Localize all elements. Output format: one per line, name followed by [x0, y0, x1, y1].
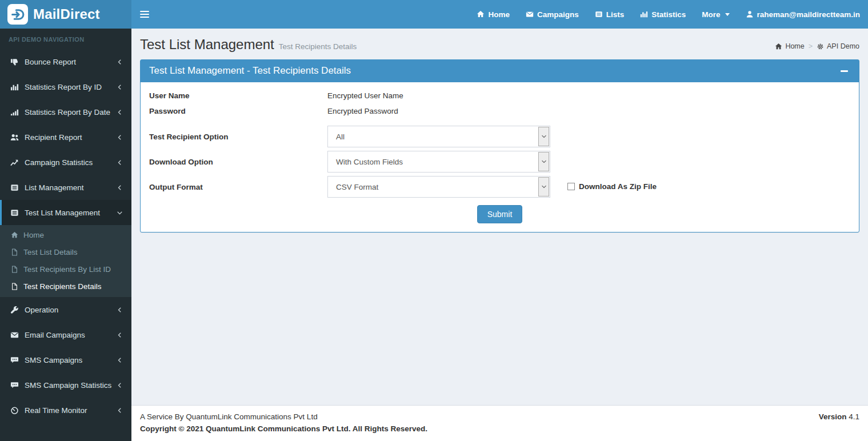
- file-icon: [11, 283, 18, 290]
- sidebar-section-label: API DEMO NAVIGATION: [0, 29, 131, 49]
- test-recipient-option-row: Test Recipient Option All: [149, 126, 850, 147]
- nav-user-account[interactable]: raheman@maildirectteam.in: [738, 0, 868, 29]
- dashboard-icon: [10, 406, 19, 415]
- submit-button[interactable]: Submit: [477, 205, 523, 223]
- sidebar-item-operation[interactable]: Operation: [0, 297, 131, 322]
- home-icon: [11, 231, 18, 239]
- breadcrumb-current[interactable]: API Demo: [817, 42, 859, 50]
- file-icon: [11, 266, 18, 273]
- select-dropdown-button[interactable]: [538, 152, 549, 171]
- brand-logo[interactable]: MailDirect: [0, 0, 131, 29]
- test-recipient-option-select[interactable]: All: [327, 126, 550, 147]
- caret-down-icon: [725, 13, 730, 16]
- gear-icon: [817, 43, 824, 50]
- sidebar-item-bounce-report[interactable]: Bounce Report: [0, 49, 131, 74]
- main-content: Test List ManagementTest Recipients Deta…: [131, 29, 868, 441]
- sidebar-item-label: Bounce Report: [25, 58, 117, 66]
- nav-campaigns[interactable]: Campaigns: [518, 0, 587, 29]
- submenu-item-home[interactable]: Home: [0, 226, 131, 243]
- users-icon: [10, 133, 19, 142]
- sidebar-item-label: Statistics Report By ID: [25, 83, 117, 91]
- page-footer: A Service By QuantumLink Communications …: [131, 405, 868, 441]
- breadcrumb-separator: >: [809, 42, 813, 50]
- signal-icon: [10, 108, 19, 117]
- sidebar-item-sms-campaigns[interactable]: SMS Campaigns: [0, 347, 131, 372]
- sidebar-item-label: Recipient Report: [25, 133, 117, 142]
- select-dropdown-button[interactable]: [538, 127, 549, 146]
- nav-more[interactable]: More: [694, 0, 737, 29]
- sidebar-item-list-management[interactable]: List Management: [0, 175, 131, 200]
- sidebar-item-statistics-report-by-id[interactable]: Statistics Report By ID: [0, 74, 131, 99]
- list-alt-icon: [10, 183, 19, 192]
- password-label: Password: [149, 106, 327, 117]
- sidebar-item-sms-campaign-statistics[interactable]: SMS Campaign Statistics: [0, 372, 131, 398]
- panel-body: User Name Encrypted User Name Password E…: [141, 82, 859, 232]
- submenu-item-test-recipients-by-list-id[interactable]: Test Recipients By List ID: [0, 260, 131, 278]
- footer-copyright-line: Copyright © 2021 QuantumLink Communicati…: [140, 424, 427, 433]
- sidebar-item-real-time-monitor[interactable]: Real Time Monitor: [0, 398, 131, 423]
- user-icon: [746, 10, 754, 18]
- sidebar-item-label: Operation: [25, 306, 117, 314]
- version-label: Version: [819, 412, 847, 421]
- output-format-row: Output Format CSV Format Download As Zip…: [149, 176, 850, 198]
- sidebar-item-label: Campaign Statistics: [25, 158, 117, 167]
- password-value: Encrypted Password: [327, 106, 398, 117]
- output-format-select[interactable]: CSV Format: [327, 176, 550, 198]
- submenu-item-label: Test Recipients By List ID: [23, 265, 111, 274]
- sidebar-item-email-campaigns[interactable]: Email Campaigns: [0, 322, 131, 347]
- sidebar-toggle-button[interactable]: [131, 0, 158, 29]
- content-header: Test List ManagementTest Recipients Deta…: [131, 29, 868, 53]
- download-option-label: Download Option: [149, 151, 327, 167]
- submenu-item-test-list-details[interactable]: Test List Details: [0, 243, 131, 260]
- comment-icon: [10, 381, 19, 390]
- zip-checkbox[interactable]: [567, 183, 575, 190]
- chevron-left-icon: [117, 307, 123, 313]
- breadcrumb-home-link[interactable]: Home: [775, 42, 804, 50]
- chevron-down-icon: [117, 210, 123, 216]
- download-as-zip-option[interactable]: Download As Zip File: [567, 176, 657, 191]
- test-recipients-details-panel: Test List Management - Test Recipients D…: [140, 59, 859, 232]
- sidebar-item-label: SMS Campaigns: [25, 356, 117, 364]
- nav-home[interactable]: Home: [469, 0, 518, 29]
- top-nav: Home Campaigns Lists Statistics More rah…: [469, 0, 868, 29]
- envelope-icon: [10, 331, 19, 339]
- username-value: Encrypted User Name: [327, 91, 403, 101]
- nav-user-email: raheman@maildirectteam.in: [757, 10, 860, 19]
- nav-statistics[interactable]: Statistics: [632, 0, 694, 29]
- footer-version: Version 4.1: [819, 412, 859, 421]
- home-icon: [775, 43, 782, 50]
- comment-icon: [10, 356, 19, 364]
- sidebar-item-campaign-statistics[interactable]: Campaign Statistics: [0, 150, 131, 175]
- chevron-left-icon: [117, 407, 123, 414]
- password-row: Password Encrypted Password: [149, 106, 850, 117]
- chevron-left-icon: [117, 382, 123, 388]
- sidebar-item-label: Statistics Report By Date: [25, 108, 117, 117]
- nav-campaigns-label: Campaigns: [537, 10, 579, 19]
- breadcrumb-current-label: API Demo: [827, 42, 859, 50]
- nav-lists[interactable]: Lists: [587, 0, 633, 29]
- submenu-item-test-recipients-details[interactable]: Test Recipients Details: [0, 278, 131, 295]
- selected-value: With Custom Fields: [336, 158, 403, 166]
- panel-header: Test List Management - Test Recipients D…: [141, 60, 859, 82]
- select-dropdown-button[interactable]: [538, 177, 549, 197]
- download-option-row: Download Option With Custom Fields: [149, 151, 850, 173]
- nav-statistics-label: Statistics: [651, 10, 686, 19]
- bar-chart-icon: [10, 83, 19, 91]
- version-value: 4.1: [849, 412, 859, 421]
- sidebar-item-statistics-report-by-date[interactable]: Statistics Report By Date: [0, 99, 131, 125]
- chevron-down-icon: [541, 184, 547, 190]
- chevron-left-icon: [117, 84, 123, 90]
- thumbs-down-icon: [10, 58, 19, 66]
- chevron-left-icon: [117, 109, 123, 115]
- sidebar-item-test-list-management[interactable]: Test List Management: [0, 200, 131, 225]
- download-option-select[interactable]: With Custom Fields: [327, 151, 550, 173]
- selected-value: All: [336, 133, 345, 141]
- brand-name: MailDirect: [33, 6, 100, 22]
- file-icon: [11, 248, 18, 256]
- line-chart-icon: [10, 158, 19, 167]
- chevron-down-icon: [541, 159, 547, 165]
- sidebar-item-recipient-report[interactable]: Recipient Report: [0, 125, 131, 150]
- panel-collapse-button[interactable]: [838, 65, 850, 77]
- submenu-item-label: Test Recipients Details: [23, 282, 102, 291]
- test-recipient-option-label: Test Recipient Option: [149, 126, 327, 142]
